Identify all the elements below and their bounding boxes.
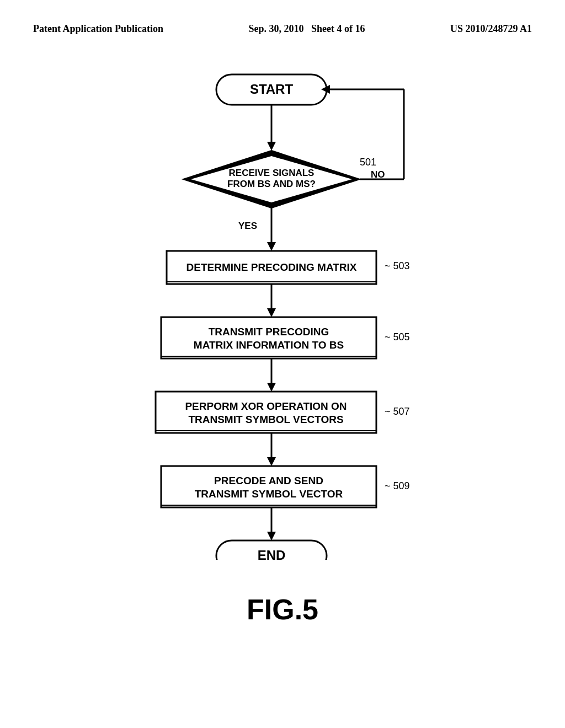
svg-rect-28 bbox=[156, 392, 376, 433]
page-header: Patent Application Publication Sep. 30, … bbox=[0, 0, 565, 36]
svg-text:PRECODE AND SEND: PRECODE AND SEND bbox=[214, 475, 323, 486]
patent-number: US 2010/248729 A1 bbox=[450, 22, 532, 36]
figure-label: FIG.5 bbox=[0, 593, 565, 626]
svg-text:YES: YES bbox=[238, 221, 257, 231]
svg-text:NO: NO bbox=[371, 169, 385, 180]
publication-date: Sep. 30, 2010 Sheet 4 of 16 bbox=[248, 22, 365, 36]
svg-marker-34 bbox=[267, 457, 276, 466]
svg-marker-41 bbox=[267, 532, 276, 540]
svg-marker-9 bbox=[267, 242, 276, 251]
svg-text:~ 509: ~ 509 bbox=[385, 480, 410, 491]
step501-label: 501 bbox=[360, 157, 376, 168]
svg-rect-21 bbox=[161, 317, 376, 358]
svg-text:TRANSMIT PRECODING: TRANSMIT PRECODING bbox=[209, 326, 329, 338]
svg-text:~ 503: ~ 503 bbox=[385, 260, 410, 271]
publication-title: Patent Application Publication bbox=[33, 22, 163, 36]
svg-text:FROM BS AND MS?: FROM BS AND MS? bbox=[227, 179, 316, 189]
svg-text:RECEIVE SIGNALS: RECEIVE SIGNALS bbox=[229, 168, 315, 178]
svg-text:DETERMINE PRECODING MATRIX: DETERMINE PRECODING MATRIX bbox=[186, 261, 357, 273]
flowchart-container: START 501 RECEIVE SIGNALS FROM BS AND MS… bbox=[0, 63, 565, 560]
flowchart-svg: START 501 RECEIVE SIGNALS FROM BS AND MS… bbox=[89, 63, 476, 560]
svg-text:PERPORM XOR OPERATION ON: PERPORM XOR OPERATION ON bbox=[185, 400, 347, 412]
svg-text:TRANSMIT SYMBOL VECTOR: TRANSMIT SYMBOL VECTOR bbox=[195, 488, 343, 500]
svg-marker-27 bbox=[267, 383, 276, 392]
end-label: END bbox=[258, 548, 286, 560]
svg-rect-35 bbox=[161, 466, 376, 507]
svg-text:~ 507: ~ 507 bbox=[385, 406, 410, 417]
start-label: START bbox=[250, 82, 294, 97]
svg-text:TRANSMIT SYMBOL VECTORS: TRANSMIT SYMBOL VECTORS bbox=[188, 414, 343, 425]
svg-marker-20 bbox=[267, 308, 276, 317]
svg-text:~ 505: ~ 505 bbox=[385, 331, 410, 342]
svg-text:MATRIX INFORMATION TO BS: MATRIX INFORMATION TO BS bbox=[194, 339, 344, 351]
svg-marker-2 bbox=[267, 142, 276, 151]
